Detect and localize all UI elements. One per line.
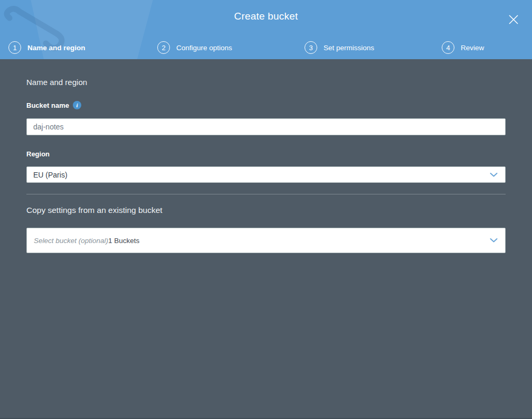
bucket-count-text: 1 Buckets <box>108 237 139 245</box>
step-2-label: Configure options <box>176 44 232 52</box>
modal-body: Name and region Bucket name i Region EU … <box>0 59 532 419</box>
step-3-circle: 3 <box>305 41 317 54</box>
info-icon[interactable]: i <box>73 101 81 109</box>
section-divider <box>26 194 506 194</box>
step-set-permissions[interactable]: 3 Set permissions <box>305 36 374 59</box>
chevron-down-icon <box>490 172 498 177</box>
bucket-select-placeholder: Select bucket (optional) <box>34 237 108 245</box>
titlebar: Create bucket <box>0 0 532 33</box>
section-heading-name-and-region: Name and region <box>26 78 506 87</box>
close-button[interactable] <box>505 11 522 29</box>
step-review[interactable]: 4 Review <box>442 36 484 59</box>
step-2-circle: 2 <box>157 41 170 54</box>
step-4-label: Review <box>461 44 484 52</box>
chevron-down-icon <box>490 238 498 243</box>
modal-title: Create bucket <box>0 0 532 33</box>
region-select[interactable]: EU (Paris) <box>26 166 506 183</box>
step-name-and-region[interactable]: 1 Name and region <box>8 36 86 59</box>
bucket-name-input[interactable] <box>26 118 506 135</box>
step-configure-options[interactable]: 2 Configure options <box>157 36 232 59</box>
modal-header: Create bucket 1 Name and region 2 Config… <box>0 0 532 59</box>
step-1-label: Name and region <box>27 44 86 52</box>
step-indicator: 1 Name and region 2 Configure options 3 … <box>0 36 532 59</box>
region-selected-value: EU (Paris) <box>33 171 68 179</box>
copy-settings-bucket-select[interactable]: Select bucket (optional) 1 Buckets <box>26 228 506 253</box>
bucket-name-label: Bucket name <box>26 101 69 109</box>
close-icon <box>508 14 519 25</box>
step-4-circle: 4 <box>442 41 454 54</box>
region-label: Region <box>26 150 50 158</box>
copy-settings-heading: Copy settings from an existing bucket <box>26 206 506 215</box>
step-3-label: Set permissions <box>324 44 374 52</box>
step-1-circle: 1 <box>8 41 21 54</box>
create-bucket-modal: Create bucket 1 Name and region 2 Config… <box>0 0 532 419</box>
